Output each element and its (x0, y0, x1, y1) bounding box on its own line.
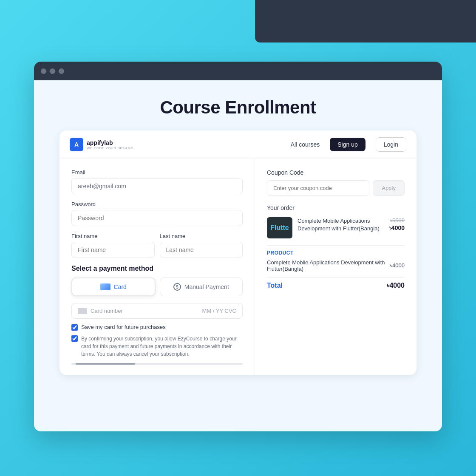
scrollbar-thumb[interactable] (76, 363, 135, 365)
course-thumbnail: Flutte (267, 217, 292, 238)
traffic-light-minimize[interactable] (50, 68, 55, 74)
manual-payment-button[interactable]: Manual Payment (160, 278, 243, 296)
lastname-group: Last name (160, 233, 243, 258)
logo-icon: A (70, 138, 83, 151)
card-payment-label: Card (114, 283, 127, 290)
logo-area: A appifylab WE CODE YOUR DREAMS (70, 138, 133, 151)
card-number-area: Card number MM / YY CVC (71, 303, 243, 319)
login-button[interactable]: Login (376, 137, 406, 152)
card-payment-button[interactable]: Card (71, 278, 156, 296)
total-row: Total ৳4000 (267, 282, 405, 289)
order-title: Your order (267, 204, 405, 211)
course-price-old: ৳5500 (389, 217, 405, 224)
main-card: A appifylab WE CODE YOUR DREAMS All cour… (60, 130, 416, 375)
firstname-group: First name (71, 233, 155, 258)
product-row: Complete Mobile Applications Development… (267, 259, 405, 272)
order-item: Flutte Complete Mobile Applications Deve… (267, 217, 405, 238)
manual-payment-label: Manual Payment (184, 283, 229, 290)
save-card-checkbox[interactable] (71, 324, 78, 331)
product-price: ৳4000 (390, 262, 405, 269)
firstname-label: First name (71, 233, 155, 239)
total-label: Total (267, 282, 283, 289)
browser-titlebar (34, 62, 442, 80)
email-input[interactable] (71, 178, 243, 194)
card-expiry-cvc: MM / YY CVC (202, 308, 236, 314)
firstname-input[interactable] (71, 242, 155, 258)
page-title-area: Course Enrollment (34, 80, 442, 130)
logo-text: appifylab WE CODE YOUR DREAMS (87, 139, 133, 150)
password-group: Password (71, 201, 243, 226)
flutter-logo-text: Flutte (270, 224, 289, 232)
password-label: Password (71, 201, 243, 207)
browser-window: Course Enrollment A appifylab WE CODE YO… (34, 62, 442, 431)
lastname-label: Last name (160, 233, 243, 239)
two-col-layout: Email Password First name (60, 159, 416, 375)
terms-text: By confirming your subscription, you all… (81, 335, 243, 358)
logo-letter: A (74, 141, 79, 148)
signup-button[interactable]: Sign up (330, 138, 365, 151)
coupon-input[interactable] (267, 180, 369, 196)
price-area: ৳5500 ৳4000 (389, 217, 405, 232)
nav-links: All courses Sign up Login (291, 137, 406, 152)
email-group: Email (71, 169, 243, 194)
divider-1 (267, 245, 405, 246)
course-name: Complete Mobile Applications Development… (298, 217, 384, 232)
page-title: Course Enrollment (42, 97, 434, 118)
card-number-icon (78, 308, 87, 314)
card-nav: A appifylab WE CODE YOUR DREAMS All cour… (60, 130, 416, 159)
card-number-placeholder: Card number (91, 308, 199, 314)
payment-title: Select a payment method (71, 265, 243, 272)
right-column: Coupon Code Apply Your order Flutte Comp… (255, 159, 416, 375)
course-info: Complete Mobile Applications Development… (298, 217, 384, 232)
save-card-label: Save my card for future purchases (81, 324, 166, 330)
manual-payment-icon (173, 283, 181, 291)
course-price-new: ৳4000 (389, 224, 405, 231)
logo-tagline: WE CODE YOUR DREAMS (87, 146, 133, 150)
divider-2 (267, 277, 405, 278)
email-label: Email (71, 169, 243, 176)
coupon-row: Apply (267, 180, 405, 196)
browser-content: Course Enrollment A appifylab WE CODE YO… (34, 80, 442, 375)
product-label: Product (267, 250, 405, 256)
name-row: First name Last name (71, 233, 243, 265)
total-price: ৳4000 (387, 282, 405, 289)
lastname-input[interactable] (160, 242, 243, 258)
logo-name: appifylab (87, 139, 133, 146)
traffic-light-close[interactable] (41, 68, 46, 74)
nav-all-courses[interactable]: All courses (291, 141, 320, 148)
card-payment-icon (100, 283, 110, 290)
coupon-title: Coupon Code (267, 169, 405, 176)
terms-row: By confirming your subscription, you all… (71, 335, 243, 358)
product-name: Complete Mobile Applications Development… (267, 259, 390, 272)
password-input[interactable] (71, 210, 243, 226)
left-column: Email Password First name (60, 159, 255, 375)
save-card-row: Save my card for future purchases (71, 324, 243, 331)
scrollbar-indicator (71, 363, 243, 365)
apply-button[interactable]: Apply (373, 180, 405, 196)
traffic-light-maximize[interactable] (59, 68, 64, 74)
payment-methods: Card Manual Payment (71, 278, 243, 296)
terms-checkbox[interactable] (71, 335, 78, 342)
